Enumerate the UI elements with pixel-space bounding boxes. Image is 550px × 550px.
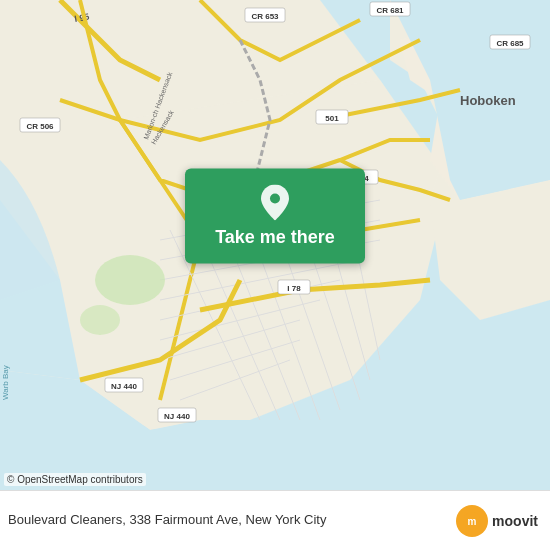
footer-bar: Boulevard Cleaners, 338 Fairmount Ave, N… xyxy=(0,490,550,550)
svg-text:CR 681: CR 681 xyxy=(376,6,404,15)
svg-text:CR 685: CR 685 xyxy=(496,39,524,48)
svg-text:CR 653: CR 653 xyxy=(251,12,279,21)
svg-text:I 78: I 78 xyxy=(287,284,301,293)
take-me-there-label: Take me there xyxy=(215,226,335,247)
svg-point-49 xyxy=(95,255,165,305)
svg-text:NJ 440: NJ 440 xyxy=(164,412,190,421)
osm-attribution: © OpenStreetMap contributors xyxy=(4,473,146,486)
moovit-logo: m moovit xyxy=(456,505,538,537)
footer-address: Boulevard Cleaners, 338 Fairmount Ave, N… xyxy=(8,512,326,529)
moovit-icon: m xyxy=(456,505,488,537)
svg-text:NJ 440: NJ 440 xyxy=(111,382,137,391)
map-container: I 95 CR 653 CR 681 CR 685 CR 506 Hackens… xyxy=(0,0,550,490)
svg-point-53 xyxy=(270,193,280,203)
attribution-text: © OpenStreetMap contributors xyxy=(7,474,143,485)
svg-point-50 xyxy=(80,305,120,335)
svg-text:Warb Bay: Warb Bay xyxy=(1,365,10,400)
svg-text:Hoboken: Hoboken xyxy=(460,93,516,108)
svg-text:m: m xyxy=(468,516,477,527)
moovit-brand-text: moovit xyxy=(492,513,538,529)
moovit-logo-svg: m xyxy=(462,511,482,531)
take-me-there-overlay: Take me there xyxy=(185,168,365,263)
svg-text:501: 501 xyxy=(325,114,339,123)
svg-text:CR 506: CR 506 xyxy=(26,122,54,131)
take-me-there-button[interactable]: Take me there xyxy=(185,168,365,263)
location-pin-icon xyxy=(261,184,289,220)
